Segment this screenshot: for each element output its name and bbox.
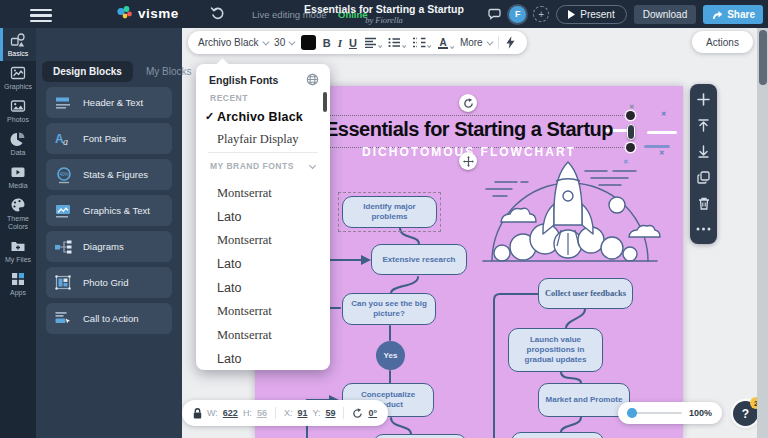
resize-handle-top[interactable] — [626, 111, 635, 120]
help-button[interactable]: ? 2 — [733, 401, 758, 426]
font-option-brand[interactable]: Lato — [196, 281, 330, 295]
align-button[interactable] — [364, 37, 381, 48]
sidebar-item-apps[interactable]: Apps — [0, 267, 36, 300]
visme-logo[interactable]: visme — [116, 5, 179, 21]
list-button[interactable] — [388, 37, 405, 48]
font-color-button[interactable]: A — [437, 37, 453, 49]
block-label: Graphics & Text — [83, 205, 150, 216]
bold-button[interactable]: B — [323, 37, 331, 49]
font-option-brand[interactable]: Lato — [196, 257, 330, 271]
font-family-select[interactable]: Archivo Black — [198, 37, 267, 48]
share-button[interactable]: Share — [703, 5, 763, 24]
zoom-slider[interactable] — [628, 412, 682, 414]
rotate-handle[interactable] — [459, 94, 477, 112]
invite-collaborator-button[interactable]: + — [533, 6, 549, 22]
more-options-button[interactable] — [696, 221, 712, 237]
font-option-label: Playfair Display — [217, 132, 299, 146]
actions-button[interactable]: Actions — [692, 31, 753, 53]
graphics-icon — [10, 65, 26, 81]
theme-colors-palette-icon — [10, 197, 26, 213]
delete-button[interactable] — [696, 195, 712, 211]
flow-node-extensive[interactable]: Extensive research — [371, 244, 467, 275]
font-option-brand[interactable]: Lato — [196, 210, 330, 224]
rotation-value[interactable]: 0° — [368, 408, 377, 418]
font-option-brand[interactable]: Lato — [196, 352, 330, 366]
download-button[interactable]: Download — [634, 5, 696, 24]
flow-node-partial[interactable] — [511, 432, 604, 438]
y-label: Y: — [312, 408, 320, 418]
height-value[interactable]: 56 — [257, 408, 267, 418]
duplicate-button[interactable] — [696, 169, 712, 185]
flow-node-market[interactable]: Market and Promote — [538, 383, 630, 417]
menu-icon[interactable] — [30, 9, 52, 25]
font-option-brand[interactable]: Montserrat — [196, 304, 330, 319]
sidebar-label: Basics — [8, 50, 29, 58]
move-handle[interactable] — [459, 152, 477, 170]
sidebar-item-graphics[interactable]: Graphics — [0, 61, 36, 94]
y-value[interactable]: 59 — [325, 408, 335, 418]
move-down-layer-button[interactable] — [696, 143, 712, 159]
flow-node-launch[interactable]: Launch value propositions in gradual upd… — [508, 328, 603, 372]
graphics-text-icon — [54, 203, 74, 219]
tab-design-blocks[interactable]: Design Blocks — [42, 61, 133, 82]
text-color-swatch[interactable] — [301, 35, 316, 50]
zoom-slider-knob[interactable] — [627, 408, 637, 418]
comment-icon[interactable] — [488, 7, 502, 21]
sidebar-item-photos[interactable]: Photos — [0, 94, 36, 127]
object-toolbar — [690, 84, 717, 244]
flow-node-yes[interactable]: Yes — [376, 341, 405, 370]
block-header-and-text[interactable]: Header & Text — [46, 87, 172, 118]
font-option-brand[interactable]: Montserrat — [196, 186, 330, 201]
block-label: Call to Action — [83, 313, 138, 324]
divider — [275, 407, 276, 419]
block-font-pairs[interactable]: A a Font Pairs — [46, 123, 172, 154]
chevron-down-icon[interactable] — [309, 162, 316, 169]
present-button[interactable]: Present — [556, 5, 626, 24]
font-option-brand[interactable]: Montserrat — [196, 328, 330, 343]
sidebar-item-basics[interactable]: Basics — [0, 28, 36, 61]
block-stats-and-figures[interactable]: 40% Stats & Figures — [46, 159, 172, 190]
underline-button[interactable]: U — [349, 37, 357, 49]
flow-node-identify[interactable]: Identify major problems — [342, 196, 437, 228]
sidebar-item-theme-colors[interactable]: Theme Colors — [0, 193, 36, 234]
block-graphics-and-text[interactable]: Graphics & Text — [46, 195, 172, 226]
italic-button[interactable]: I — [338, 37, 342, 49]
sidebar-item-my-files[interactable]: My Files — [0, 234, 36, 267]
flow-node-big-picture[interactable]: Can you see the big picture? — [342, 293, 436, 325]
sidebar-item-data[interactable]: Data — [0, 127, 36, 160]
language-globe-icon[interactable] — [306, 73, 319, 86]
resize-handle-bottom[interactable] — [626, 143, 635, 152]
sidebar-item-media[interactable]: Media — [0, 160, 36, 193]
svg-text:A: A — [439, 37, 446, 48]
spacing-button[interactable] — [412, 37, 430, 48]
font-option-archivo-black[interactable]: ✓ Archivo Black — [196, 110, 330, 124]
flow-node-partial[interactable] — [373, 434, 467, 438]
check-icon: ✓ — [205, 110, 214, 123]
move-up-layer-button[interactable] — [696, 117, 712, 133]
flow-node-collect[interactable]: Collect user feedbacks — [538, 278, 633, 309]
block-diagrams[interactable]: Diagrams — [46, 231, 172, 262]
vertical-scrollbar[interactable] — [757, 28, 768, 438]
sidebar-label: Apps — [10, 289, 26, 297]
width-value[interactable]: 622 — [223, 408, 238, 418]
block-call-to-action[interactable]: Call to Action — [46, 303, 172, 334]
dropdown-scrollbar[interactable] — [323, 92, 327, 112]
font-option-brand[interactable]: Montserrat — [196, 233, 330, 248]
more-menu[interactable]: More — [460, 37, 491, 48]
x-value[interactable]: 91 — [297, 408, 307, 418]
avatar[interactable]: F — [509, 6, 526, 23]
resize-handle-side[interactable] — [627, 124, 635, 140]
main-sidebar: Basics Graphics Photos Data — [0, 28, 36, 438]
tab-my-blocks[interactable]: My Blocks — [135, 61, 203, 82]
align-icon — [364, 37, 377, 48]
font-option-playfair-display[interactable]: Playfair Display — [196, 132, 330, 147]
scrollbar-thumb[interactable] — [759, 30, 767, 85]
add-button[interactable] — [696, 91, 712, 107]
undo-icon[interactable] — [210, 6, 225, 21]
block-photo-grid[interactable]: Photo Grid — [46, 267, 172, 298]
font-size-select[interactable]: 30 — [274, 37, 294, 48]
online-status: Online — [338, 9, 368, 20]
x-label: X: — [284, 408, 293, 418]
lock-icon[interactable] — [193, 408, 202, 419]
animate-button[interactable] — [506, 36, 515, 49]
